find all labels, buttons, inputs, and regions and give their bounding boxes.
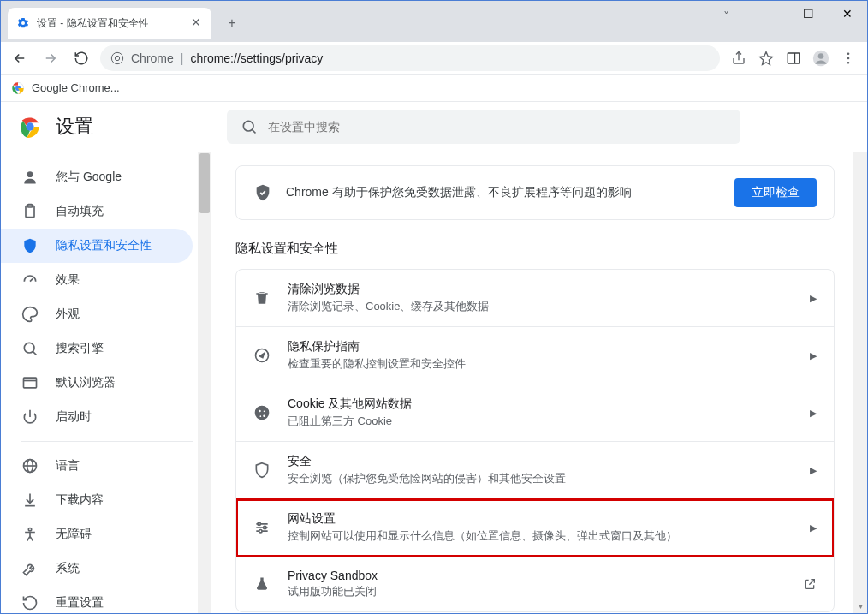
- sidebar-item-label: 外观: [56, 307, 80, 322]
- chevron-right-icon: ▶: [810, 293, 817, 304]
- tab-search-caret-icon[interactable]: ˅: [713, 9, 739, 23]
- bookmark-favicon-icon: [11, 81, 25, 95]
- row-title: 隐私保护指南: [288, 339, 793, 355]
- row-subtitle: 安全浏览（保护您免受危险网站的侵害）和其他安全设置: [288, 471, 793, 486]
- reset-icon: [21, 594, 39, 611]
- page-title: 设置: [56, 114, 93, 140]
- address-bar[interactable]: Chrome | chrome://settings/privacy: [100, 45, 720, 71]
- flask-icon: [253, 575, 271, 593]
- svg-point-5: [818, 53, 824, 59]
- svg-point-35: [258, 522, 260, 525]
- sidebar-item-label: 搜索引擎: [56, 341, 104, 356]
- sidebar-item-privacy[interactable]: 隐私设置和安全性: [1, 229, 193, 263]
- main-scrollbar[interactable]: ▾: [853, 152, 867, 613]
- svg-line-21: [33, 351, 36, 355]
- share-icon[interactable]: [727, 46, 751, 70]
- scroll-arrow-down-icon[interactable]: ▾: [856, 601, 865, 610]
- sidebar-item-default-browser[interactable]: 默认浏览器: [1, 366, 193, 400]
- bookmarks-bar: Google Chrome...: [1, 75, 867, 102]
- speedometer-icon: [21, 271, 39, 289]
- settings-search-input[interactable]: [268, 120, 727, 134]
- settings-sidebar: 您与 Google 自动填充 隐私设置和安全性 效果 外观 搜索引擎 默认浏览器: [1, 152, 211, 613]
- svg-point-8: [847, 61, 850, 63]
- palette-icon: [21, 306, 39, 323]
- sidebar-item-languages[interactable]: 语言: [1, 449, 193, 483]
- sidebar-item-label: 语言: [56, 458, 80, 474]
- svg-point-1: [115, 56, 119, 60]
- sidebar-item-system[interactable]: 系统: [1, 551, 193, 586]
- close-tab-icon[interactable]: ✕: [189, 16, 203, 30]
- bookmark-item[interactable]: Google Chrome...: [32, 81, 120, 94]
- svg-line-15: [252, 129, 255, 133]
- menu-dots-icon[interactable]: [836, 46, 860, 70]
- search-icon: [241, 118, 258, 135]
- sidebar-item-label: 下载内容: [56, 492, 104, 508]
- svg-point-30: [28, 528, 31, 531]
- svg-point-16: [27, 171, 33, 177]
- maximize-button[interactable]: ☐: [788, 1, 828, 27]
- svg-point-37: [259, 530, 262, 533]
- row-title: Privacy Sandbox: [288, 569, 786, 582]
- sidebar-item-label: 默认浏览器: [56, 375, 116, 390]
- sidebar-item-search-engine[interactable]: 搜索引擎: [1, 331, 193, 366]
- minimize-button[interactable]: —: [749, 1, 788, 27]
- svg-rect-2: [788, 53, 800, 63]
- omnibox-url: chrome://settings/privacy: [190, 51, 323, 65]
- forward-button[interactable]: [39, 46, 62, 70]
- row-subtitle: 控制网站可以使用和显示什么信息（如位置信息、摄像头、弹出式窗口及其他）: [288, 528, 793, 544]
- row-site-settings[interactable]: 网站设置 控制网站可以使用和显示什么信息（如位置信息、摄像头、弹出式窗口及其他）…: [236, 499, 834, 557]
- sidebar-item-reset[interactable]: 重置设置: [1, 586, 193, 614]
- reload-button[interactable]: [69, 46, 93, 70]
- sidebar-item-label: 隐私设置和安全性: [56, 238, 152, 253]
- bookmark-star-icon[interactable]: [754, 46, 778, 70]
- side-panel-icon[interactable]: [782, 46, 806, 70]
- shield-check-icon: [253, 183, 272, 202]
- settings-header: 设置: [1, 102, 867, 152]
- shield-outline-icon: [253, 462, 271, 479]
- shield-icon: [21, 237, 39, 254]
- safety-check-button[interactable]: 立即检查: [734, 178, 817, 207]
- row-privacy-guide[interactable]: 隐私保护指南 检查重要的隐私控制设置和安全控件 ▶: [236, 327, 834, 384]
- browser-toolbar: Chrome | chrome://settings/privacy: [1, 42, 867, 75]
- row-security[interactable]: 安全 安全浏览（保护您免受危险网站的侵害）和其他安全设置 ▶: [236, 442, 834, 499]
- section-title: 隐私设置和安全性: [235, 241, 835, 257]
- accessibility-icon: [21, 526, 39, 543]
- row-subtitle: 已阻止第三方 Cookie: [288, 414, 793, 429]
- sidebar-item-label: 无障碍: [56, 527, 92, 542]
- row-cookies[interactable]: Cookie 及其他网站数据 已阻止第三方 Cookie ▶: [236, 384, 834, 442]
- wrench-icon: [21, 560, 39, 577]
- clipboard-icon: [21, 203, 39, 220]
- new-tab-button[interactable]: +: [220, 11, 244, 35]
- sidebar-item-label: 重置设置: [56, 595, 104, 611]
- sidebar-item-label: 自动填充: [56, 204, 104, 219]
- settings-search[interactable]: [227, 110, 740, 144]
- sidebar-item-autofill[interactable]: 自动填充: [1, 194, 193, 229]
- sidebar-item-label: 系统: [56, 561, 80, 576]
- sidebar-item-accessibility[interactable]: 无障碍: [1, 517, 193, 551]
- chevron-right-icon: ▶: [810, 465, 817, 476]
- settings-main: ▾ Chrome 有助于保护您免受数据泄露、不良扩展程序等问题的影响 立即检查 …: [211, 152, 867, 613]
- row-clear-browsing-data[interactable]: 清除浏览数据 清除浏览记录、Cookie、缓存及其他数据 ▶: [236, 270, 834, 327]
- sidebar-item-downloads[interactable]: 下载内容: [1, 483, 193, 517]
- profile-avatar-icon[interactable]: [809, 46, 833, 70]
- close-window-button[interactable]: ✕: [828, 1, 867, 27]
- sidebar-item-you-and-google[interactable]: 您与 Google: [1, 160, 193, 194]
- row-subtitle: 试用版功能已关闭: [288, 584, 786, 599]
- window-controls: — ☐ ✕: [749, 1, 867, 27]
- sidebar-scrollbar[interactable]: [198, 152, 211, 613]
- browser-tab[interactable]: 设置 - 隐私设置和安全性 ✕: [8, 8, 211, 39]
- back-button[interactable]: [8, 46, 32, 70]
- globe-icon: [21, 457, 39, 474]
- scrollbar-thumb[interactable]: [199, 153, 210, 213]
- svg-point-0: [111, 52, 122, 63]
- row-privacy-sandbox[interactable]: Privacy Sandbox 试用版功能已关闭: [236, 557, 834, 611]
- sidebar-item-appearance[interactable]: 外观: [1, 297, 193, 331]
- browser-icon: [21, 374, 39, 391]
- row-title: 网站设置: [288, 511, 793, 527]
- cookie-icon: [253, 404, 271, 421]
- browser-titlebar: 设置 - 隐私设置和安全性 ✕ + ˅ — ☐ ✕: [1, 1, 867, 42]
- sidebar-item-label: 效果: [56, 272, 80, 288]
- svg-point-7: [847, 57, 850, 59]
- sidebar-item-on-startup[interactable]: 启动时: [1, 400, 193, 434]
- sidebar-item-performance[interactable]: 效果: [1, 263, 193, 297]
